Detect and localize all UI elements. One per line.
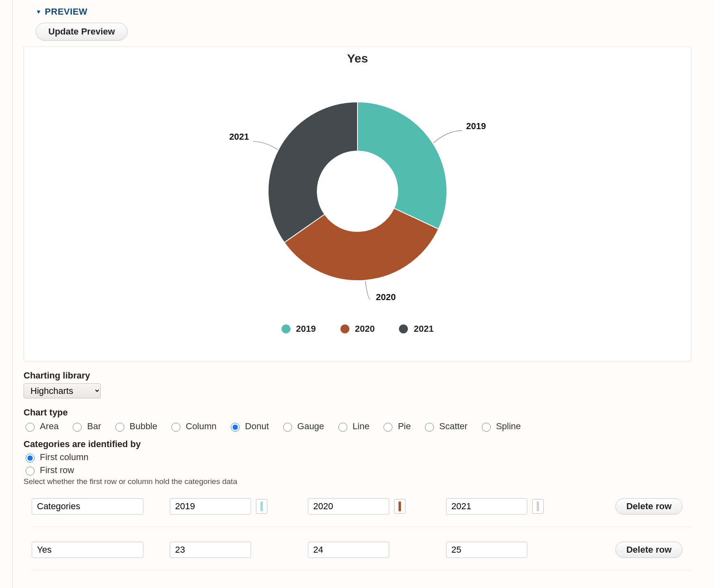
- chart-type-option-donut[interactable]: Donut: [229, 421, 269, 432]
- legend-label: 2021: [414, 324, 433, 334]
- chart-type-label: Line: [353, 421, 370, 432]
- chart-type-radio-gauge[interactable]: [283, 423, 292, 432]
- donut-slice-2019[interactable]: [358, 102, 447, 229]
- chart-type-option-bubble[interactable]: Bubble: [113, 421, 158, 432]
- chart-type-option-scatter[interactable]: Scatter: [423, 421, 468, 432]
- chart-legend: 201920202021: [31, 324, 684, 334]
- charting-library-label: Charting library: [24, 370, 691, 381]
- chart-type-label: Area: [40, 421, 58, 432]
- legend-label: 2019: [296, 324, 316, 334]
- categories-help-text: Select whether the first row or column h…: [24, 477, 691, 486]
- category-name-input[interactable]: [308, 498, 389, 514]
- chart-type-radio-spline[interactable]: [482, 423, 491, 432]
- chart-type-option-gauge[interactable]: Gauge: [281, 421, 324, 432]
- legend-swatch: [399, 324, 408, 333]
- delete-row-button[interactable]: Delete row: [615, 498, 682, 514]
- data-value-input[interactable]: [170, 542, 251, 558]
- table-row: Delete row: [32, 542, 691, 571]
- series-name-input[interactable]: [32, 542, 143, 558]
- chart-type-radio-bar[interactable]: [73, 423, 82, 432]
- chart-title: Yes: [31, 52, 684, 65]
- chart-type-label: Bubble: [130, 421, 158, 432]
- donut-slice-2021[interactable]: [268, 102, 358, 242]
- chart-type-radio-pie[interactable]: [384, 423, 392, 432]
- slice-label-2019: 2019: [466, 121, 486, 131]
- leader-line: [433, 131, 462, 143]
- categories-radio[interactable]: [26, 454, 35, 463]
- chart-type-label: Chart type: [24, 407, 691, 418]
- data-table: Delete rowDelete row: [32, 498, 691, 571]
- category-name-input[interactable]: [170, 498, 251, 514]
- slice-label-2020: 2020: [376, 292, 396, 302]
- categories-option-first-row[interactable]: First row: [24, 465, 691, 476]
- legend-label: 2020: [355, 324, 375, 334]
- left-border: [12, 0, 13, 588]
- chart-type-radio-line[interactable]: [338, 423, 347, 432]
- categories-option-label: First row: [40, 465, 74, 476]
- chart-type-option-line[interactable]: Line: [336, 421, 370, 432]
- chart-type-option-spline[interactable]: Spline: [480, 421, 521, 432]
- legend-item-2019[interactable]: 2019: [282, 324, 316, 334]
- series-color-picker[interactable]: [532, 499, 544, 514]
- color-swatch-icon: [399, 502, 401, 511]
- chart-type-option-column[interactable]: Column: [169, 421, 217, 432]
- legend-swatch: [340, 324, 349, 333]
- chart-type-radio-donut[interactable]: [231, 423, 240, 432]
- slice-label-2021: 2021: [229, 132, 249, 142]
- color-swatch-icon: [260, 502, 263, 511]
- chart-preview-frame: Yes 201920202021 201920202021: [24, 46, 691, 361]
- update-preview-button[interactable]: Update Preview: [36, 23, 128, 41]
- chart-type-option-pie[interactable]: Pie: [381, 421, 411, 432]
- chart-type-option-bar[interactable]: Bar: [71, 421, 101, 432]
- categories-option-label: First column: [40, 452, 89, 463]
- categories-radio-group: First columnFirst row: [24, 452, 691, 476]
- chart-type-radio-column[interactable]: [171, 423, 180, 432]
- donut-svg: 201920202021: [175, 82, 540, 309]
- chart-type-radio-group: AreaBarBubbleColumnDonutGaugeLinePieScat…: [24, 421, 691, 432]
- charting-library-select[interactable]: Highcharts: [24, 383, 101, 398]
- categories-identified-label: Categories are identified by: [24, 439, 691, 450]
- chart-type-radio-bubble[interactable]: [115, 423, 124, 432]
- chart-type-label: Scatter: [439, 421, 468, 432]
- leader-line: [365, 281, 370, 299]
- chart-type-radio-scatter[interactable]: [425, 423, 434, 432]
- table-row: Delete row: [32, 498, 691, 527]
- chart-type-label: Spline: [496, 421, 521, 432]
- legend-swatch: [282, 324, 290, 333]
- category-name-input[interactable]: [446, 498, 527, 514]
- data-value-input[interactable]: [446, 542, 527, 558]
- preview-section-label: PREVIEW: [45, 6, 87, 17]
- chart-type-label: Bar: [87, 421, 101, 432]
- categories-radio[interactable]: [26, 467, 35, 476]
- chevron-down-icon: ▼: [36, 9, 41, 15]
- series-color-picker[interactable]: [394, 499, 405, 514]
- chart-type-label: Donut: [245, 421, 269, 432]
- color-swatch-icon: [537, 502, 539, 511]
- categories-header-input[interactable]: [32, 498, 143, 514]
- chart-type-option-area[interactable]: Area: [24, 421, 58, 432]
- chart-type-label: Pie: [398, 421, 411, 432]
- series-color-picker[interactable]: [256, 499, 267, 514]
- donut-chart: 201920202021: [31, 69, 684, 321]
- leader-line: [253, 141, 277, 149]
- delete-row-button[interactable]: Delete row: [615, 542, 682, 558]
- chart-type-label: Column: [186, 421, 217, 432]
- legend-item-2021[interactable]: 2021: [399, 324, 433, 334]
- chart-type-label: Gauge: [297, 421, 324, 432]
- data-value-input[interactable]: [308, 542, 389, 558]
- preview-section-toggle[interactable]: ▼ PREVIEW: [36, 6, 691, 17]
- legend-item-2020[interactable]: 2020: [340, 324, 375, 334]
- categories-option-first-column[interactable]: First column: [24, 452, 691, 463]
- chart-type-radio-area[interactable]: [26, 423, 35, 432]
